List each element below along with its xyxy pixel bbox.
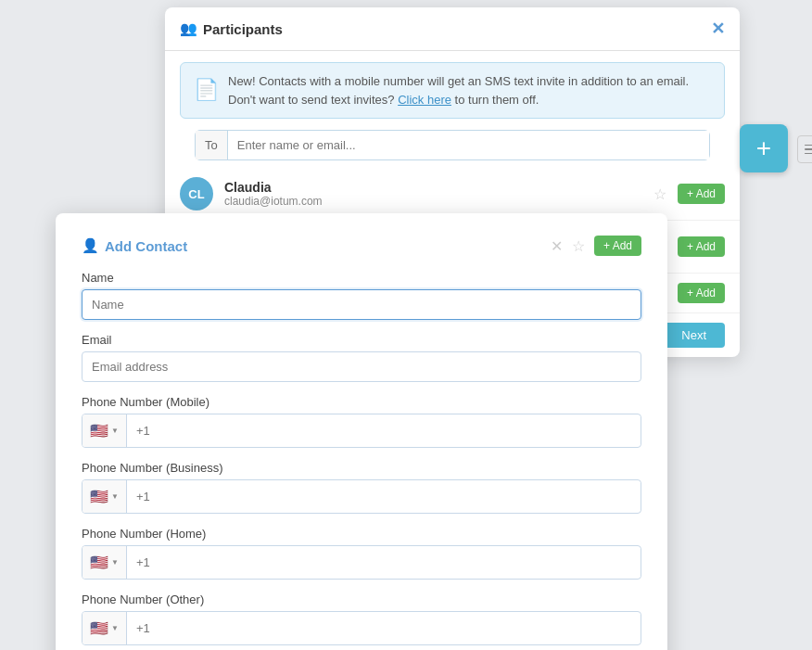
chevron-other-icon: ▼ — [111, 624, 119, 632]
add-in-form-button[interactable]: + Add — [594, 236, 641, 256]
add-claudia-button[interactable]: + Add — [678, 184, 725, 204]
contact-name-claudia: Claudia — [224, 180, 642, 195]
flag-business-emoji: 🇺🇸 — [90, 488, 108, 505]
phone-business-flag[interactable]: 🇺🇸 ▼ — [82, 480, 127, 513]
name-form-group: Name — [82, 271, 641, 320]
modal-title: 👥 Participants — [180, 20, 283, 37]
participants-icon: 👥 — [180, 20, 197, 37]
phone-home-label: Phone Number (Home) — [82, 527, 641, 541]
phone-business-input-row: 🇺🇸 ▼ — [82, 479, 641, 514]
flag-home-emoji: 🇺🇸 — [90, 554, 108, 571]
info-icon: 📄 — [194, 74, 219, 105]
add-partial-button[interactable]: + Add — [678, 283, 725, 303]
add-contact-header: 👤 Add Contact ✕ ☆ + Add — [82, 236, 641, 256]
click-here-link[interactable]: Click here — [398, 93, 451, 107]
contact-email-claudia: claudia@iotum.com — [224, 195, 642, 208]
next-button[interactable]: Next — [663, 323, 725, 348]
avatar-claudia: CL — [180, 177, 213, 210]
phone-home-input[interactable] — [127, 548, 641, 577]
phone-business-input[interactable] — [127, 482, 641, 511]
star-add-contact[interactable]: ☆ — [572, 237, 585, 255]
to-field-row: To — [195, 130, 710, 160]
phone-other-flag[interactable]: 🇺🇸 ▼ — [82, 612, 127, 644]
email-label: Email — [82, 333, 641, 347]
plus-button[interactable]: + — [740, 124, 788, 172]
close-add-contact-button[interactable]: ✕ — [551, 237, 563, 255]
close-modal-button[interactable]: ✕ — [711, 19, 725, 39]
phone-home-flag[interactable]: 🇺🇸 ▼ — [82, 546, 127, 579]
info-banner: 📄 New! Contacts with a mobile number wil… — [180, 62, 725, 119]
phone-other-input[interactable] — [127, 614, 641, 643]
name-input[interactable] — [82, 289, 641, 320]
phone-mobile-label: Phone Number (Mobile) — [82, 395, 641, 409]
participants-title-text: Participants — [203, 21, 283, 37]
flag-mobile-emoji: 🇺🇸 — [90, 422, 108, 440]
contact-info-claudia: Claudia claudia@iotum.com — [224, 180, 642, 208]
phone-mobile-form-group: Phone Number (Mobile) 🇺🇸 ▼ — [82, 395, 641, 448]
phone-mobile-flag[interactable]: 🇺🇸 ▼ — [82, 414, 127, 447]
email-input[interactable] — [82, 351, 641, 382]
phone-mobile-input-row: 🇺🇸 ▼ — [82, 414, 641, 448]
hamburger-icon — [805, 145, 812, 155]
phone-mobile-input[interactable] — [127, 416, 641, 445]
to-label: To — [196, 131, 228, 159]
flag-other-emoji: 🇺🇸 — [90, 619, 108, 637]
add-contact-actions: ✕ ☆ + Add — [551, 236, 641, 256]
star-claudia[interactable]: ☆ — [653, 185, 666, 203]
chevron-mobile-icon: ▼ — [111, 427, 119, 435]
add-contact-panel: 👤 Add Contact ✕ ☆ + Add Name Email Phone… — [56, 213, 667, 650]
phone-home-input-row: 🇺🇸 ▼ — [82, 545, 641, 580]
phone-other-input-row: 🇺🇸 ▼ — [82, 611, 641, 645]
add-contact-title: 👤 Add Contact — [82, 237, 187, 254]
phone-business-form-group: Phone Number (Business) 🇺🇸 ▼ — [82, 461, 641, 514]
hamburger-button[interactable] — [797, 135, 812, 163]
to-input[interactable] — [228, 131, 709, 159]
modal-header: 👥 Participants ✕ — [165, 7, 740, 51]
phone-home-form-group: Phone Number (Home) 🇺🇸 ▼ — [82, 527, 641, 580]
phone-business-label: Phone Number (Business) — [82, 461, 641, 475]
add-iotum-button[interactable]: + Add — [678, 236, 725, 257]
phone-other-form-group: Phone Number (Other) 🇺🇸 ▼ — [82, 593, 641, 645]
chevron-business-icon: ▼ — [111, 492, 119, 501]
info-banner-text: New! Contacts with a mobile number will … — [228, 72, 689, 108]
phone-other-label: Phone Number (Other) — [82, 593, 641, 606]
person-icon: 👤 — [82, 237, 99, 254]
chevron-home-icon: ▼ — [111, 558, 119, 567]
email-form-group: Email — [82, 333, 641, 382]
name-label: Name — [82, 271, 641, 285]
